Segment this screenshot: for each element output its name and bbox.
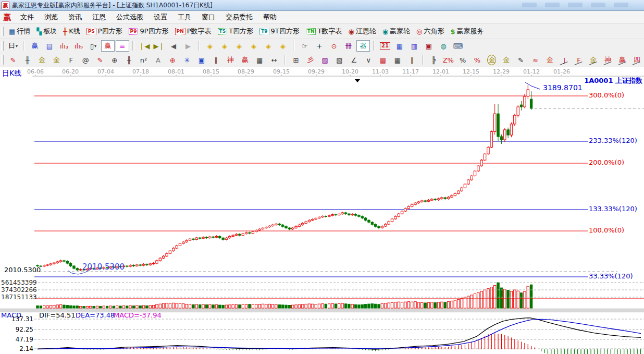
zoom-out-x-icon[interactable]: ◈	[232, 40, 246, 52]
fibo-lines-icon[interactable]: F	[64, 54, 78, 66]
toolbar-button-kline[interactable]: ╫K线	[63, 27, 80, 36]
fan-box-icon[interactable]: ▧	[333, 54, 346, 66]
gann-wheel-small-icon[interactable]: ⊕	[108, 54, 121, 66]
first-page-icon[interactable]: ❘◀	[138, 40, 151, 52]
angle-win-icon[interactable]: 赢	[616, 54, 629, 66]
hand-tool-icon[interactable]: ☞	[298, 40, 312, 52]
gann-ruler-icon[interactable]: ╫	[21, 54, 34, 66]
toolbar-button-winner-service[interactable]: $赢家服务	[450, 27, 484, 36]
gold-section-2-icon[interactable]: 金	[50, 54, 64, 66]
draw-pencil-icon[interactable]: ✎	[6, 54, 20, 66]
square-tool-icon[interactable]: ⊞	[289, 54, 303, 66]
gold-red-icon[interactable]: 金	[543, 54, 556, 66]
tick-marks-icon[interactable]: ‖	[209, 54, 223, 66]
pattern-tool-icon[interactable]: 器	[356, 40, 370, 52]
shift-left-icon[interactable]: ◈	[203, 40, 217, 52]
toolbar-button-sectors[interactable]: ▚板块	[36, 27, 57, 36]
menu-item-8[interactable]: 窗口	[196, 11, 220, 23]
toolbar-button-hexagon[interactable]: ◎六角形	[416, 27, 444, 36]
angle-j-icon[interactable]: J	[558, 54, 571, 66]
toolbar-button-quotes[interactable]: ▦行情	[9, 27, 30, 36]
menu-item-4[interactable]: 江恩	[87, 11, 111, 23]
angle-shen-icon[interactable]: 神	[601, 54, 615, 66]
angle-lines-icon[interactable]: ∠	[347, 54, 361, 66]
menu-item-10[interactable]: 帮助	[258, 11, 282, 23]
grid-red-icon[interactable]: ▦	[376, 54, 390, 66]
shift-right-icon[interactable]: ◈	[218, 40, 231, 52]
toolbar-button-p-number[interactable]: PNP数字表	[175, 27, 212, 36]
toolbar-button-9t-square[interactable]: T99T四方形	[259, 27, 300, 36]
memo-icon[interactable]: ▥	[407, 40, 421, 52]
menu-item-6[interactable]: 设置	[148, 11, 172, 23]
percent-icon[interactable]: %	[456, 54, 469, 66]
zigzag-icon[interactable]: ∨	[362, 54, 375, 66]
grid-dark-icon[interactable]: ▦	[391, 54, 404, 66]
net-sync-icon[interactable]: ◍	[437, 40, 450, 52]
grid-blue-icon[interactable]: ▣	[195, 54, 208, 66]
menu-item-1[interactable]: 文件	[15, 11, 39, 23]
parallel-lines-icon[interactable]: ∥	[405, 54, 419, 66]
menu-item-3[interactable]: 资讯	[63, 11, 87, 23]
level-scale-icon[interactable]: ╠	[427, 54, 441, 66]
winner-red-icon[interactable]: 赢	[101, 40, 115, 52]
star-blue-icon[interactable]: ✳	[180, 54, 194, 66]
measure-pencil-icon[interactable]: ✎	[514, 54, 528, 66]
calendar-icon[interactable]: 21	[378, 40, 392, 52]
toolbar-button-t-number[interactable]: TNT数字表	[306, 27, 342, 36]
angle-a-icon[interactable]: A	[151, 54, 165, 66]
toolbar-grip[interactable]	[1, 27, 4, 36]
volume-profile-icon[interactable]: ≡	[116, 40, 129, 52]
period-day-icon[interactable]: 日▾	[6, 40, 20, 52]
toolbar-button-p-square[interactable]: PSP四方形	[86, 27, 122, 36]
fan-red-icon[interactable]: 彡	[304, 54, 317, 66]
angle-four-icon[interactable]: 四	[630, 54, 643, 66]
mark-tool-icon[interactable]: ⊙	[327, 40, 341, 52]
prev-page-icon[interactable]: ◀	[167, 40, 180, 52]
candle-style-icon[interactable]: ▯▾	[86, 40, 100, 52]
menu-item-7[interactable]: 工具	[172, 11, 196, 23]
toolbar-button-gann-wheel[interactable]: ◉江恩轮	[348, 27, 376, 36]
wave-red-icon[interactable]: ≈	[528, 54, 542, 66]
toolbar-grip[interactable]	[1, 55, 4, 65]
zoom-in-x-icon[interactable]: ◈	[247, 40, 261, 52]
angle-f-icon[interactable]: F	[572, 54, 586, 66]
gold-section-icon[interactable]: 金	[35, 54, 49, 66]
expand-all-icon[interactable]: ◈	[276, 40, 290, 52]
menu-item-9[interactable]: 交易委托	[220, 11, 258, 23]
n-square-icon[interactable]: n²	[137, 54, 151, 66]
spiral-icon[interactable]: @	[79, 54, 92, 66]
h-span-icon[interactable]: ↔	[267, 54, 281, 66]
candle-body	[477, 166, 479, 171]
toolbar-grip[interactable]	[1, 41, 4, 51]
bars-9-icon[interactable]: ılı₉	[72, 40, 85, 52]
compress-y-icon[interactable]: ◈	[262, 40, 275, 52]
f10-info-icon[interactable]: ▤	[43, 40, 56, 52]
next-page-icon[interactable]: ▶	[181, 40, 195, 52]
menu-item-5[interactable]: 公式选股	[111, 11, 148, 23]
workstation-icon[interactable]: ⌨	[451, 40, 465, 52]
save-icon[interactable]: ▣	[422, 40, 436, 52]
percent-zone-icon[interactable]: Z%	[441, 54, 455, 66]
toolbar-button-t-square[interactable]: TST四方形	[218, 27, 254, 36]
menu-item-2[interactable]: 浏览	[39, 11, 63, 23]
last-page-icon[interactable]: ▶❘	[152, 40, 166, 52]
gold-circle-icon[interactable]: 金	[485, 54, 499, 66]
gold-top-icon[interactable]: 金	[500, 54, 513, 66]
bars-3-icon[interactable]: ılı₃	[57, 40, 71, 52]
win-lines-icon[interactable]: 赢	[238, 54, 252, 66]
angle-gold-icon[interactable]: 金	[587, 54, 600, 66]
percent-line-icon[interactable]: %	[470, 54, 484, 66]
crosshair-tool-icon[interactable]: +	[313, 40, 326, 52]
shen-lines-icon[interactable]: 神	[224, 54, 238, 66]
fan-box-purple-icon[interactable]: ▨	[318, 54, 332, 66]
chart-area[interactable]: 日K线 1A0001 上证指数 3189.8701 2010.5300 2010…	[0, 67, 644, 354]
calculator-icon[interactable]: ▦	[393, 40, 406, 52]
grid-123-icon[interactable]: ▦	[253, 54, 266, 66]
target-red-icon[interactable]: ⊕	[166, 54, 179, 66]
trend-blue-icon[interactable]: 赢	[28, 40, 42, 52]
toolbar-button-winner-wheel[interactable]: ◉赢家轮	[382, 27, 410, 36]
ruler-2-icon[interactable]: ╫	[122, 54, 136, 66]
toolbar-button-9p-square[interactable]: P99P四方形	[129, 27, 169, 36]
gann-box-tool-icon[interactable]: 冊	[342, 40, 355, 52]
pencil-2-icon[interactable]: ✎	[93, 54, 107, 66]
